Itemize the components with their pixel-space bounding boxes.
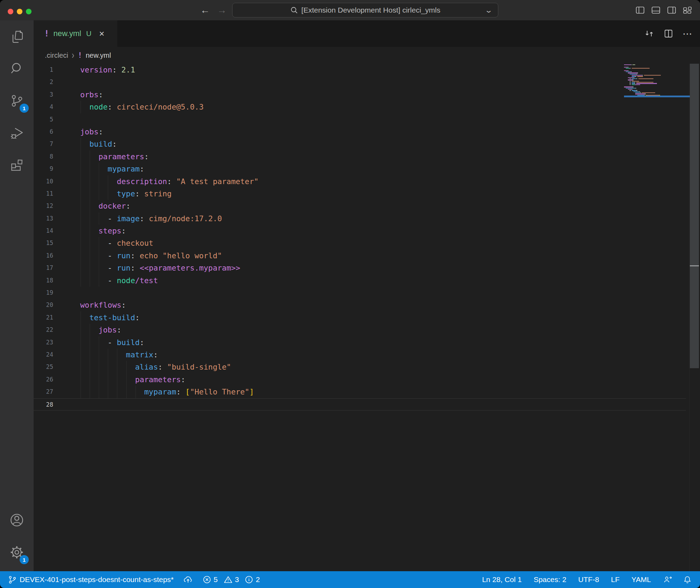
code-line[interactable]: 24 matrix:: [34, 349, 686, 361]
code-line[interactable]: 17 - run: <<parameters.myparam>>: [34, 262, 686, 274]
code-line[interactable]: 1version: 2.1: [34, 64, 686, 76]
code-line[interactable]: 15 - checkout: [34, 237, 686, 249]
indent-guide: [90, 274, 90, 287]
cursor-position-item[interactable]: Ln 28, Col 1: [482, 575, 522, 584]
code-token: /test: [135, 276, 158, 285]
code-text: [80, 113, 686, 126]
line-number: 28: [34, 399, 53, 410]
code-line[interactable]: 8 parameters:: [34, 150, 686, 163]
sidebar-item-search[interactable]: [0, 52, 34, 85]
code-line[interactable]: 23 - build:: [34, 336, 686, 349]
line-number: 23: [34, 336, 53, 349]
breadcrumb-file[interactable]: new.yml: [86, 51, 111, 59]
toggle-secondary-sidebar-icon[interactable]: [667, 5, 677, 15]
code-line[interactable]: 5: [34, 113, 686, 126]
code-line[interactable]: 6jobs:: [34, 126, 686, 138]
feedback-person-icon: [663, 575, 673, 584]
toggle-primary-sidebar-icon[interactable]: [635, 5, 645, 15]
sidebar-item-source-control[interactable]: 1: [0, 85, 34, 117]
sidebar-item-extensions[interactable]: [0, 149, 34, 181]
code-text: jobs:: [80, 324, 686, 336]
minimap-token: [630, 68, 631, 69]
code-line[interactable]: 20workflows:: [34, 299, 686, 311]
navigate-forward-button[interactable]: →: [217, 5, 227, 16]
code-line[interactable]: 7 build:: [34, 138, 686, 150]
toggle-panel-icon[interactable]: [651, 5, 661, 15]
code-line[interactable]: 27 myparam: ["Hello There"]: [34, 386, 686, 398]
minimap-token: [624, 86, 632, 87]
git-branch-item[interactable]: DEVEX-401-post-steps-doesnt-count-as-ste…: [8, 575, 174, 584]
line-number: 15: [34, 237, 53, 249]
code-line[interactable]: 18 - node/test: [34, 274, 686, 287]
line-number: 9: [34, 163, 53, 175]
code-token: :: [158, 363, 162, 371]
problems-item[interactable]: 5 3 2: [202, 575, 263, 584]
code-line[interactable]: 4 node: circleci/node@5.0.3: [34, 101, 686, 113]
publish-changes-item[interactable]: [183, 575, 193, 584]
code-line[interactable]: 21 test-build:: [34, 312, 686, 324]
branch-name: DEVEX-401-post-steps-doesnt-count-as-ste…: [20, 575, 174, 584]
indent-guide: [90, 163, 90, 175]
code-line[interactable]: 26 parameters:: [34, 373, 686, 386]
code-text: parameters:: [80, 150, 686, 163]
accounts-button[interactable]: [0, 504, 34, 536]
command-center[interactable]: [Extension Development Host] cirleci_yml…: [232, 3, 498, 18]
indentation-item[interactable]: Spaces: 2: [534, 575, 566, 584]
minimap-token: [635, 83, 636, 84]
minimap-token: [632, 68, 650, 69]
code-line[interactable]: 14 steps:: [34, 225, 686, 237]
close-tab-icon[interactable]: ×: [99, 29, 104, 38]
indent-guide: [99, 274, 99, 287]
minimize-window-button[interactable]: [17, 9, 22, 14]
indent-guide: [108, 386, 108, 398]
open-changes-icon[interactable]: [644, 28, 654, 39]
code-line[interactable]: 11 type: string: [34, 188, 686, 200]
indent-guide: [90, 250, 90, 262]
indent-guide: [81, 373, 81, 386]
sidebar-item-run-debug[interactable]: [0, 117, 34, 149]
code-token: [80, 226, 98, 235]
split-editor-icon[interactable]: [664, 29, 673, 38]
code-line[interactable]: 9 myparam:: [34, 163, 686, 175]
indent-guide: [99, 336, 99, 349]
code-line[interactable]: 12 docker:: [34, 200, 686, 212]
indent-guide: [90, 225, 90, 237]
code-token: :: [131, 251, 135, 260]
code-token: cimg/node:17.2.0: [144, 214, 222, 223]
minimap-token: [630, 90, 631, 91]
more-actions-icon[interactable]: ⋯: [682, 28, 693, 40]
line-number: 2: [34, 76, 53, 88]
code-token: [80, 350, 126, 359]
breadcrumb-folder[interactable]: .circleci: [45, 51, 68, 59]
code-line[interactable]: 16 - run: echo "hello world": [34, 250, 686, 262]
code-editor[interactable]: 1version: 2.123orbs:4 node: circleci/nod…: [34, 64, 700, 571]
close-window-button[interactable]: [8, 9, 13, 14]
eol-item[interactable]: LF: [611, 575, 620, 584]
notifications-item[interactable]: [682, 575, 692, 584]
code-line[interactable]: 2: [34, 76, 686, 88]
indent-guide: [81, 361, 81, 373]
zoom-window-button[interactable]: [26, 9, 32, 14]
encoding-item[interactable]: UTF-8: [578, 575, 599, 584]
navigate-back-button[interactable]: ←: [200, 5, 210, 16]
settings-button[interactable]: 1: [0, 536, 34, 568]
code-line[interactable]: 10 description: "A test parameter": [34, 175, 686, 188]
code-token: myparam: [144, 387, 176, 396]
language-mode-item[interactable]: YAML: [631, 575, 651, 584]
code-token: :: [108, 103, 112, 111]
minimap[interactable]: [624, 64, 690, 169]
sidebar-item-explorer[interactable]: [0, 20, 34, 52]
feedback-item[interactable]: [663, 575, 673, 584]
code-line[interactable]: 22 jobs:: [34, 324, 686, 336]
git-branch-icon: [8, 575, 17, 584]
code-line[interactable]: 3orbs:: [34, 89, 686, 101]
code-line[interactable]: 28: [34, 398, 686, 411]
code-line[interactable]: 13 - image: cimg/node:17.2.0: [34, 212, 686, 225]
indent-guide: [90, 188, 90, 200]
customize-layout-icon[interactable]: [682, 5, 692, 15]
code-line[interactable]: 25 alias: "build-single": [34, 361, 686, 373]
tab-new-yml[interactable]: ! new.yml U ×: [34, 20, 117, 47]
indent-guide: [81, 312, 81, 324]
code-line[interactable]: 19: [34, 287, 686, 299]
scrollbar-thumb[interactable]: [690, 64, 699, 368]
